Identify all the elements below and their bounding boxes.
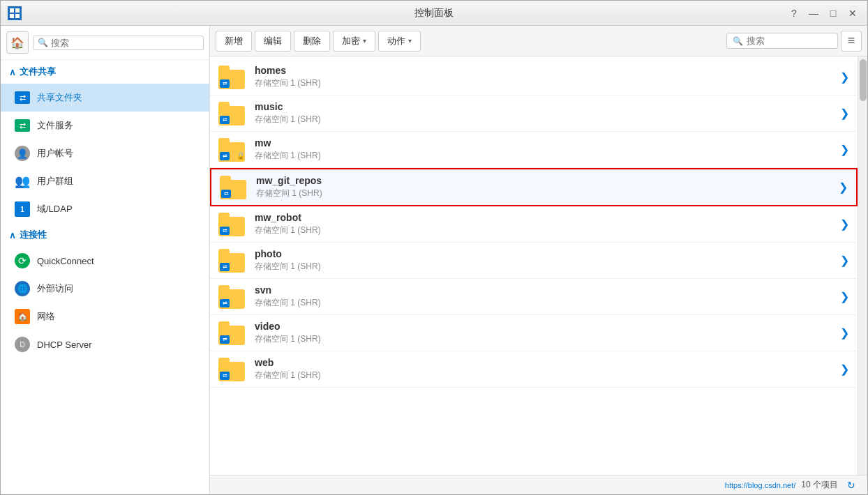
file-service-icon: ⇄ [15,118,30,133]
toolbar-search-box: 🔍 [726,33,838,49]
file-info: web存储空间 1 (SHR) [255,357,832,381]
edit-button[interactable]: 编辑 [255,31,291,52]
folder-icon: ⇄ [220,176,248,199]
sidebar-search-box: 🔍 [33,36,204,50]
file-sub: 存储空间 1 (SHR) [255,150,832,162]
share-badge: ⇄ [220,116,230,124]
file-item[interactable]: ⇄homes存储空间 1 (SHR)❯ [210,59,858,96]
encrypt-button[interactable]: 加密 ▾ [333,31,375,52]
sidebar-item-user-account[interactable]: 👤 用户帐号 [1,139,209,167]
file-item[interactable]: ⇄web存储空间 1 (SHR)❯ [210,351,858,388]
refresh-button[interactable]: ↻ [844,478,859,493]
edit-label: 编辑 [264,35,282,47]
sidebar-label-user-group: 用户群组 [37,175,73,188]
sidebar-label-dhcp: DHCP Server [37,340,92,350]
file-name: mw_git_repos [256,175,830,186]
help-button[interactable]: ? [786,6,802,21]
folder-icon: ⇄ [218,358,246,381]
share-badge: ⇄ [220,152,230,160]
view-toggle-button[interactable]: ≡ [841,31,862,52]
expand-arrow-icon[interactable]: ❯ [840,326,849,340]
section-arrow-file-share: ∧ [9,67,16,77]
sidebar-item-network[interactable]: 🏠 网络 [1,303,209,330]
sidebar-item-file-service[interactable]: ⇄ 文件服务 [1,112,209,139]
add-label: 新增 [225,35,243,47]
share-badge: ⇄ [220,372,230,380]
folder-icon: ⇄ [218,321,246,345]
scrollbar[interactable] [858,56,867,475]
user-account-icon: 👤 [15,146,30,161]
sidebar-item-shared-folder[interactable]: ⇄ 共享文件夹 [1,84,209,112]
sidebar-item-ldap[interactable]: 1 域/LDAP [1,195,209,223]
home-button[interactable]: 🏠 [6,31,29,54]
dhcp-icon: D [15,337,30,352]
file-name: music [255,101,832,112]
scrollbar-thumb[interactable] [860,59,867,101]
close-button[interactable]: ✕ [845,6,860,21]
expand-arrow-icon[interactable]: ❯ [840,70,849,84]
file-item[interactable]: ⇄🔒mw存储空间 1 (SHR)❯ [210,132,858,168]
section-file-share[interactable]: ∧ 文件共享 [1,60,209,84]
svg-rect-3 [15,14,20,18]
file-info: photo存储空间 1 (SHR) [255,248,832,273]
file-item[interactable]: ⇄photo存储空间 1 (SHR)❯ [210,243,858,279]
file-item[interactable]: ⇄mw_git_repos存储空间 1 (SHR)❯ [210,168,858,206]
sidebar: 🏠 🔍 ∧ 文件共享 ⇄ 共享文件夹 ⇄ [1,26,210,494]
file-name: video [255,321,832,332]
share-badge: ⇄ [220,263,230,271]
file-info: mw存储空间 1 (SHR) [255,137,832,162]
share-badge: ⇄ [220,335,230,344]
sidebar-label-external-access: 外部访问 [37,282,73,295]
expand-arrow-icon[interactable]: ❯ [840,107,849,120]
sidebar-search-input[interactable] [51,38,199,48]
file-sub: 存储空间 1 (SHR) [255,114,832,125]
file-item[interactable]: ⇄svn存储空间 1 (SHR)❯ [210,279,858,315]
sidebar-label-network: 网络 [37,310,55,323]
toolbar-search-icon: 🔍 [733,36,743,46]
file-info: mw_robot存储空间 1 (SHR) [255,212,832,236]
share-badge: ⇄ [221,190,231,198]
file-item[interactable]: ⇄video存储空间 1 (SHR)❯ [210,315,858,351]
toolbar-search-input[interactable] [747,36,832,46]
expand-arrow-icon[interactable]: ❯ [840,218,849,231]
sidebar-item-user-group[interactable]: 👥 用户群组 [1,167,209,195]
status-url[interactable]: https://blog.csdn.net/ [725,481,796,489]
folder-icon: ⇄ [218,285,246,309]
file-info: homes存储空间 1 (SHR) [255,65,832,89]
lock-badge: 🔒 [237,152,245,160]
file-info: music存储空间 1 (SHR) [255,101,832,125]
expand-arrow-icon[interactable]: ❯ [840,290,849,303]
folder-icon: ⇄ [218,213,246,236]
sidebar-top: 🏠 🔍 [1,26,209,60]
file-item[interactable]: ⇄mw_robot存储空间 1 (SHR)❯ [210,206,858,243]
user-group-icon: 👥 [15,174,30,189]
maximize-button[interactable]: □ [825,6,841,21]
sidebar-item-quickconnect[interactable]: ⟳ QuickConnect [1,247,209,275]
svg-rect-2 [10,14,14,18]
network-icon: 🏠 [15,309,30,324]
share-badge: ⇄ [220,79,230,88]
minimize-button[interactable]: — [806,6,821,21]
expand-arrow-icon[interactable]: ❯ [840,363,849,376]
right-panel: 新增 编辑 删除 加密 ▾ 动作 ▾ 🔍 [210,26,867,494]
expand-arrow-icon[interactable]: ❯ [839,181,848,194]
section-connectivity[interactable]: ∧ 连接性 [1,223,209,247]
sidebar-label-shared-folder: 共享文件夹 [37,91,82,104]
expand-arrow-icon[interactable]: ❯ [840,254,849,267]
sidebar-item-dhcp[interactable]: D DHCP Server [1,330,209,358]
quickconnect-icon: ⟳ [15,253,30,268]
add-button[interactable]: 新增 [216,31,252,52]
sidebar-search-icon: 🔍 [38,38,48,47]
sidebar-label-user-account: 用户帐号 [37,147,73,160]
file-item[interactable]: ⇄music存储空间 1 (SHR)❯ [210,96,858,132]
section-arrow-connectivity: ∧ [9,230,16,241]
file-name: mw_robot [255,212,832,223]
main-area: 🏠 🔍 ∧ 文件共享 ⇄ 共享文件夹 ⇄ [1,26,867,494]
sidebar-item-external-access[interactable]: 🌐 外部访问 [1,275,209,303]
expand-arrow-icon[interactable]: ❯ [840,143,849,156]
delete-button[interactable]: 删除 [294,31,330,52]
file-sub: 存储空间 1 (SHR) [256,188,830,199]
file-sub: 存储空间 1 (SHR) [255,224,832,236]
action-button[interactable]: 动作 ▾ [378,31,421,52]
file-sub: 存储空间 1 (SHR) [255,77,832,89]
